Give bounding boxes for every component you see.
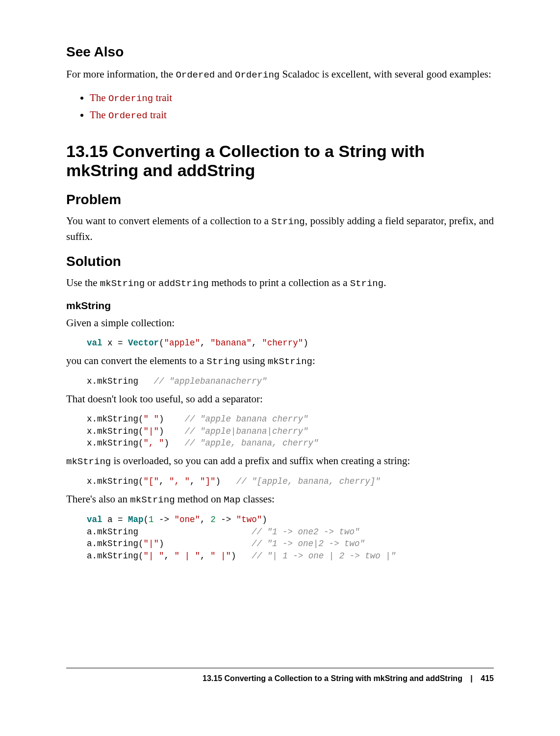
page-number: 415 [481, 674, 494, 683]
text: classes: [241, 493, 275, 505]
text: is overloaded, so you can add a prefix a… [111, 455, 410, 467]
text: . [383, 277, 386, 289]
list-item: The Ordering trait [90, 89, 494, 107]
code-ordered: Ordered [176, 70, 215, 80]
text: You want to convert elements of a collec… [66, 215, 271, 227]
see-also-intro: For more information, the Ordered and Or… [66, 67, 494, 82]
mkstring-p2: you can convert the elements to a String… [66, 353, 494, 369]
ordered-trait-link[interactable]: The Ordered trait [90, 109, 167, 121]
section-title: 13.15 Converting a Collection to a Strin… [66, 142, 494, 180]
code-block-3: x.mkString(" ") // "apple banana cherry"… [87, 413, 494, 449]
text: There's also an [66, 493, 130, 505]
code-block-4: x.mkString("[", ", ", "]") // "[apple, b… [87, 475, 494, 488]
mkstring-p4: mkString is overloaded, so you can add a… [66, 453, 494, 469]
text: and [215, 68, 235, 80]
see-also-heading: See Also [66, 44, 494, 60]
code-string: String [350, 278, 383, 289]
code-string: String [271, 216, 305, 227]
code-mkstring: mkString [268, 356, 312, 367]
code-mkstring: mkString [130, 495, 175, 505]
list-item: The Ordered trait [90, 106, 494, 124]
text: : [312, 355, 315, 367]
mkstring-p5: There's also an mkString method on Map c… [66, 492, 494, 507]
footer-rule [66, 668, 494, 668]
code-block-1: val x = Vector("apple", "banana", "cherr… [87, 337, 494, 349]
page-footer: 13.15 Converting a Collection to a Strin… [203, 674, 494, 683]
text: Use the [66, 277, 100, 289]
problem-text: You want to convert elements of a collec… [66, 213, 494, 244]
mkstring-p3: That doesn't look too useful, so add a s… [66, 392, 494, 406]
text: method on [175, 493, 224, 505]
text: Scaladoc is excellent, with several good… [280, 68, 491, 80]
code-mkstring: mkString [66, 456, 111, 467]
solution-intro: Use the mkString or addString methods to… [66, 275, 494, 291]
code-map: Map [224, 495, 240, 505]
see-also-links: The Ordering trait The Ordered trait [66, 89, 494, 124]
code-addstring: addString [158, 278, 209, 289]
code-block-2: x.mkString // "applebananacherry" [87, 375, 494, 388]
solution-heading: Solution [66, 254, 494, 269]
code-string: String [206, 356, 240, 367]
footer-separator: | [470, 674, 472, 683]
text: you can convert the elements to a [66, 355, 206, 367]
text: methods to print a collection as a [209, 277, 350, 289]
page: See Also For more information, the Order… [0, 0, 560, 736]
text: using [240, 355, 268, 367]
mkstring-p1: Given a simple collection: [66, 315, 494, 330]
text: For more information, the [66, 68, 176, 80]
mkstring-heading: mkString [66, 300, 494, 312]
footer-title: 13.15 Converting a Collection to a Strin… [203, 674, 462, 683]
code-mkstring: mkString [100, 278, 145, 289]
problem-heading: Problem [66, 192, 494, 208]
code-block-5: val a = Map(1 -> "one", 2 -> "two") a.mk… [87, 514, 494, 562]
code-ordering: Ordering [235, 70, 280, 80]
text: or [145, 277, 158, 289]
ordering-trait-link[interactable]: The Ordering trait [90, 92, 172, 104]
